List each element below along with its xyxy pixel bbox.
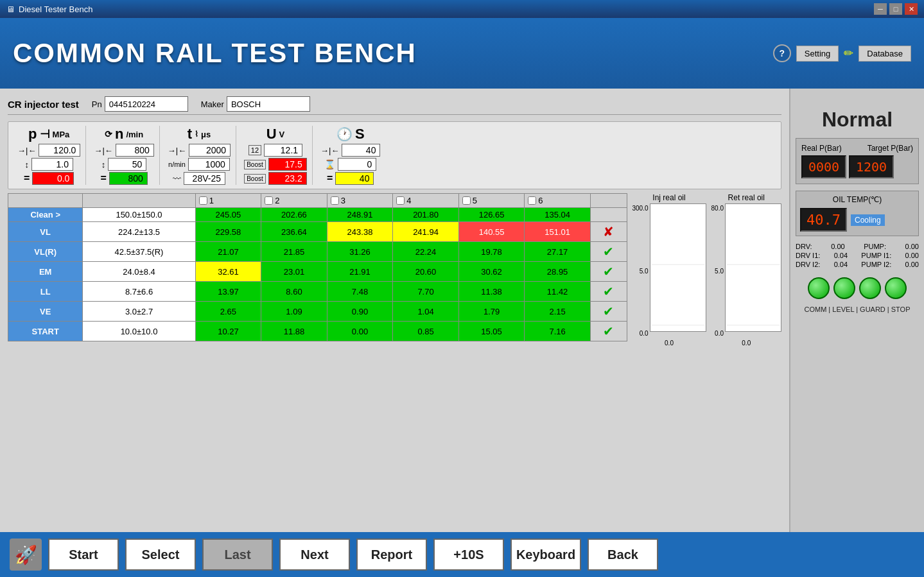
cell-0-5: 135.04 <box>525 208 591 222</box>
time2-setpoint[interactable] <box>342 144 380 157</box>
checkmark-icon: ✔ <box>603 245 614 259</box>
table-row: START10.0±10.010.2711.880.000.8515.057.1… <box>8 322 627 341</box>
col2-checkbox[interactable] <box>265 196 273 205</box>
speed-gauge: ⟳ n /min →|← ↕ = 800 <box>89 126 159 185</box>
cell-3-0: 32.61 <box>195 262 261 282</box>
row-status-4: ✔ <box>590 282 627 302</box>
table-row: EM24.0±8.432.6123.0121.9120.6030.6228.95… <box>8 262 627 282</box>
cell-1-4: 140.55 <box>458 222 525 242</box>
time-gauge: t ⌇ μs →|← n/min 〰 <box>162 126 236 185</box>
cell-4-2: 7.48 <box>327 282 393 302</box>
indicator-level <box>833 277 855 299</box>
row-label-5[interactable]: VE <box>8 302 83 322</box>
row-label-3[interactable]: EM <box>8 262 83 282</box>
speed-setpoint[interactable] <box>116 144 154 157</box>
cell-5-1: 1.09 <box>261 302 327 322</box>
voltage-setpoint[interactable] <box>264 144 302 157</box>
col-header-1: 1 <box>195 194 261 208</box>
time-setpoint[interactable] <box>189 144 231 157</box>
cell-3-5: 28.95 <box>525 262 591 282</box>
col5-checkbox[interactable] <box>462 196 471 205</box>
row-label-0[interactable]: Clean > <box>8 208 83 222</box>
cell-0-2: 248.91 <box>327 208 393 222</box>
data-table: 1 2 3 4 5 <box>8 193 627 527</box>
row-status-6: ✔ <box>590 322 627 341</box>
speed-step[interactable] <box>108 158 146 171</box>
pressure-setpoint[interactable] <box>39 144 80 157</box>
pump-value-2: 0.00 <box>905 261 919 268</box>
row-label-6[interactable]: START <box>8 322 83 341</box>
maximize-button[interactable]: □ <box>889 3 902 15</box>
minimize-button[interactable]: ─ <box>874 3 887 15</box>
last-button[interactable]: Last <box>202 538 273 571</box>
col3-checkbox[interactable] <box>331 196 339 205</box>
database-button[interactable]: Database <box>859 46 911 62</box>
back-button[interactable]: Back <box>588 538 658 571</box>
pressure-equals: = <box>24 173 30 184</box>
cell-1-5: 151.01 <box>525 222 591 242</box>
close-button[interactable]: ✕ <box>905 3 918 15</box>
pn-input[interactable] <box>105 96 188 112</box>
ret-min-label: 0.0 <box>711 330 724 337</box>
cell-0-4: 126.65 <box>458 208 525 222</box>
cell-5-2: 0.90 <box>327 302 393 322</box>
inj-chart: Inj real oil 300.0 5.0 0.0 0.0 <box>632 193 706 527</box>
title-bar: 🖥 Diesel Tester Bench ─ □ ✕ <box>0 0 924 18</box>
main-content: CR injector test Pn Maker p ⊣ MPa →|← <box>0 89 924 532</box>
drv-value-2: 0.04 <box>834 261 848 268</box>
temp-box: OIL TEMP(℃) 40.7 Cooling <box>796 191 919 236</box>
table-row: Clean >150.0±150.0245.05202.66248.91201.… <box>8 208 627 222</box>
maker-field: Maker <box>201 96 310 112</box>
edit-icon[interactable]: ✏ <box>844 46 853 60</box>
time-sub-icon: n/min <box>168 160 186 168</box>
report-button[interactable]: Report <box>356 538 427 571</box>
data-table-wrap: 1 2 3 4 5 <box>8 193 781 527</box>
keyboard-button[interactable]: Keyboard <box>510 538 581 571</box>
col6-checkbox[interactable] <box>528 196 536 205</box>
inj-chart-svg <box>650 203 706 332</box>
next-button[interactable]: Next <box>279 538 350 571</box>
start-button[interactable]: Start <box>48 538 119 571</box>
cell-2-1: 21.85 <box>261 242 327 262</box>
row-label-1[interactable]: VL <box>8 222 83 242</box>
inj-chart-title: Inj real oil <box>652 193 685 202</box>
drv-label-0: DRV: <box>796 243 812 250</box>
time-sub2[interactable] <box>184 172 225 185</box>
time2-symbol: S <box>355 126 365 142</box>
row-status-3: ✔ <box>590 262 627 282</box>
speed-symbol-n: n <box>115 126 123 142</box>
real-p-display: 0000 <box>801 155 846 178</box>
time2-set-arrow: →|← <box>320 146 339 155</box>
col4-checkbox[interactable] <box>396 196 405 205</box>
setting-button[interactable]: Setting <box>796 46 839 62</box>
pressure-unit: MPa <box>53 130 70 139</box>
speed-unit: /min <box>126 130 143 139</box>
cell-6-0: 10.27 <box>195 322 261 341</box>
cell-2-2: 31.26 <box>327 242 393 262</box>
plus10s-button[interactable]: +10S <box>433 538 504 571</box>
left-panel: CR injector test Pn Maker p ⊣ MPa →|← <box>0 89 789 532</box>
maker-input[interactable] <box>227 96 310 112</box>
cell-0-0: 245.05 <box>195 208 261 222</box>
row-label-4[interactable]: LL <box>8 282 83 302</box>
cell-3-3: 20.60 <box>393 262 459 282</box>
time2-actual: 40 <box>335 172 374 185</box>
col1-checkbox[interactable] <box>199 196 207 205</box>
row-label-2[interactable]: VL(R) <box>8 242 83 262</box>
time-sub1[interactable] <box>188 158 230 171</box>
cell-2-3: 22.24 <box>393 242 459 262</box>
row-spec-3: 24.0±8.4 <box>83 262 195 282</box>
drv-label-1: DRV I1: <box>796 252 820 259</box>
cell-1-2: 243.38 <box>327 222 393 242</box>
time2-step[interactable] <box>338 158 376 171</box>
select-button[interactable]: Select <box>125 538 196 571</box>
voltage-symbol: U <box>266 126 277 142</box>
cell-6-4: 15.05 <box>458 322 525 341</box>
hourglass-icon: ⌛ <box>324 159 335 169</box>
drv-value-0: 0.00 <box>831 243 844 250</box>
help-button[interactable]: ? <box>773 44 791 62</box>
speed-actual: 800 <box>109 172 148 185</box>
header-bar: COMMON RAIL TEST BENCH ? Setting ✏ Datab… <box>0 18 924 89</box>
cell-4-5: 11.42 <box>525 282 591 302</box>
pressure-step[interactable] <box>31 158 73 171</box>
